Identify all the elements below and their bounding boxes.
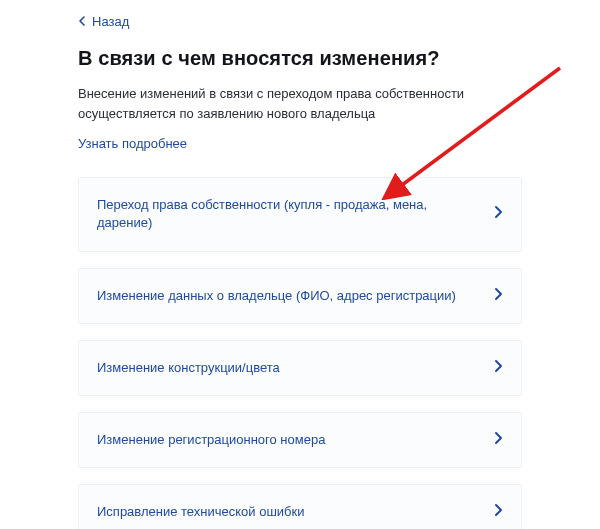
chevron-right-icon <box>493 205 503 223</box>
page-description: Внесение изменений в связи с переходом п… <box>78 84 522 124</box>
chevron-right-icon <box>493 287 503 305</box>
chevron-right-icon <box>493 359 503 377</box>
back-link-label: Назад <box>92 14 129 29</box>
option-label: Изменение регистрационного номера <box>97 431 481 449</box>
chevron-right-icon <box>493 503 503 521</box>
page-container: Назад В связи с чем вносятся изменения? … <box>0 0 600 529</box>
option-ownership-transfer[interactable]: Переход права собственности (купля - про… <box>78 177 522 251</box>
options-list: Переход права собственности (купля - про… <box>78 177 522 529</box>
chevron-right-icon <box>493 431 503 449</box>
option-technical-error[interactable]: Исправление технической ошибки <box>78 484 522 529</box>
option-owner-data[interactable]: Изменение данных о владельце (ФИО, адрес… <box>78 268 522 324</box>
option-construction-color[interactable]: Изменение конструкции/цвета <box>78 340 522 396</box>
option-label: Переход права собственности (купля - про… <box>97 196 481 232</box>
learn-more-link[interactable]: Узнать подробнее <box>78 136 187 151</box>
option-label: Исправление технической ошибки <box>97 503 481 521</box>
option-label: Изменение конструкции/цвета <box>97 359 481 377</box>
page-title: В связи с чем вносятся изменения? <box>78 47 522 70</box>
option-label: Изменение данных о владельце (ФИО, адрес… <box>97 287 481 305</box>
chevron-left-icon <box>78 14 86 29</box>
option-registration-number[interactable]: Изменение регистрационного номера <box>78 412 522 468</box>
back-link[interactable]: Назад <box>78 14 129 29</box>
